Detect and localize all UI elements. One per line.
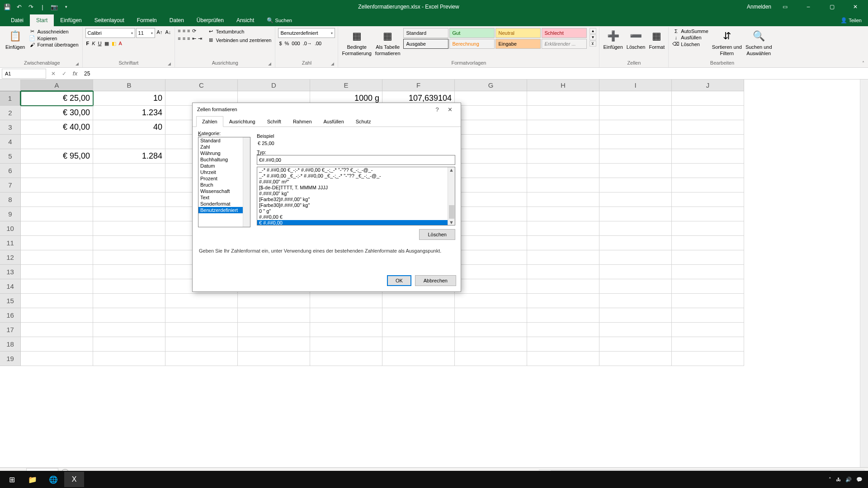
row-header[interactable]: 9	[0, 207, 21, 221]
cell[interactable]	[672, 279, 744, 294]
format-cells-button[interactable]: ▦Format	[648, 28, 665, 51]
wrap-text-button[interactable]: ↩Textumbruch	[207, 28, 273, 35]
dialog-ok-button[interactable]: OK	[387, 275, 411, 286]
row-header[interactable]: 16	[0, 308, 21, 323]
comma-icon[interactable]: 000	[292, 41, 300, 46]
shrink-font-icon[interactable]: A↓	[164, 28, 172, 38]
start-button[interactable]: ⊞	[2, 472, 22, 487]
border-button[interactable]: ▦	[104, 41, 109, 47]
launcher-icon[interactable]: ◢	[168, 61, 171, 66]
cell[interactable]	[382, 352, 455, 366]
cancel-formula-icon[interactable]: ✕	[48, 70, 59, 77]
tab-formeln[interactable]: Formeln	[131, 14, 163, 26]
cell[interactable]	[599, 337, 672, 352]
launcher-icon[interactable]: ◢	[75, 61, 79, 66]
cell[interactable]	[672, 265, 744, 279]
cell[interactable]	[672, 178, 744, 192]
row-header[interactable]: 4	[0, 135, 21, 149]
grow-font-icon[interactable]: A↑	[156, 28, 164, 38]
cell[interactable]	[93, 323, 165, 337]
cell[interactable]	[455, 294, 527, 308]
cell[interactable]	[672, 192, 744, 207]
column-header[interactable]: E	[310, 80, 382, 91]
cell[interactable]	[672, 221, 744, 236]
collapse-ribbon-icon[interactable]: ˄	[862, 61, 864, 66]
row-header[interactable]: 11	[0, 236, 21, 250]
cell[interactable]	[93, 178, 165, 192]
ribbon-mode-icon[interactable]: ▭	[775, 0, 795, 13]
qat-customize-icon[interactable]: ▾	[61, 2, 71, 11]
cell[interactable]	[455, 250, 527, 265]
italic-button[interactable]: K	[92, 41, 95, 47]
type-item[interactable]: _-* #.##0,00 €_-;-* #.##0,00 €_-;_-* "-"…	[257, 167, 455, 173]
category-item[interactable]: Währung	[198, 150, 250, 156]
cell[interactable]	[93, 279, 165, 294]
type-listbox[interactable]: _-* #.##0,00 €_-;-* #.##0,00 €_-;_-* "-"…	[257, 167, 455, 225]
cell[interactable]: 10	[93, 91, 165, 106]
type-item[interactable]: [Farbe30]#.###,00" kg"	[257, 202, 455, 208]
tab-ueberpruefen[interactable]: Überprüfen	[190, 14, 230, 26]
type-item[interactable]: _-* #.##0,00 _€_-;-* #.##0,00 _€_-;_-* "…	[257, 173, 455, 179]
taskbar-excel-icon[interactable]: X	[64, 472, 84, 487]
cell[interactable]	[672, 250, 744, 265]
align-left-icon[interactable]: ≡	[178, 36, 180, 42]
number-format-combo[interactable]: Benutzerdefiniert▾	[278, 28, 335, 38]
cell[interactable]	[672, 294, 744, 308]
type-item[interactable]: [Farbe32]#.###,00" kg"	[257, 197, 455, 202]
cell[interactable]	[165, 352, 238, 366]
cell[interactable]	[21, 207, 93, 221]
tab-suchen[interactable]: 🔍 Suchen	[260, 14, 298, 26]
indent-dec-icon[interactable]: ⇤	[192, 36, 196, 42]
cell[interactable]	[599, 192, 672, 207]
merge-center-button[interactable]: ⊞Verbinden und zentrieren	[207, 37, 273, 43]
tray-net-icon[interactable]: 🖧	[836, 477, 841, 482]
row-header[interactable]: 1	[0, 91, 21, 106]
cell[interactable]	[455, 308, 527, 323]
category-item[interactable]: Bruch	[198, 182, 250, 188]
category-item[interactable]: Datum	[198, 163, 250, 169]
tray-sound-icon[interactable]: 🔊	[845, 477, 852, 483]
system-tray[interactable]: ˄ 🖧 🔊 💬	[829, 477, 866, 483]
tray-notif-icon[interactable]: 💬	[856, 477, 863, 483]
cell[interactable]	[599, 279, 672, 294]
row-header[interactable]: 12	[0, 250, 21, 265]
row-header[interactable]: 15	[0, 294, 21, 308]
category-item[interactable]: Sonderformat	[198, 201, 250, 207]
vertical-scrollbar[interactable]	[860, 80, 868, 470]
tab-daten[interactable]: Daten	[163, 14, 190, 26]
cell[interactable]	[527, 106, 599, 120]
cell[interactable]	[93, 221, 165, 236]
cell[interactable]	[21, 308, 93, 323]
orientation-icon[interactable]: ⟳	[192, 28, 196, 34]
inc-decimal-icon[interactable]: .0→	[303, 41, 312, 46]
type-item[interactable]: #.###,00" m²"	[257, 179, 455, 185]
cell[interactable]	[382, 323, 455, 337]
font-name-combo[interactable]: Calibri▾	[85, 28, 135, 38]
cell[interactable]: 1.284	[93, 149, 165, 164]
cell[interactable]	[310, 294, 382, 308]
category-item[interactable]: Uhrzeit	[198, 169, 250, 175]
minimize-icon[interactable]: –	[798, 0, 818, 13]
cell[interactable]	[527, 337, 599, 352]
dlg-tab-ausfuellen[interactable]: Ausfüllen	[318, 116, 350, 127]
category-item[interactable]: Buchhaltung	[198, 156, 250, 163]
column-header[interactable]: I	[599, 80, 672, 91]
cell[interactable]	[527, 164, 599, 178]
column-header[interactable]: H	[527, 80, 599, 91]
cell[interactable]	[93, 250, 165, 265]
tray-up-icon[interactable]: ˄	[829, 477, 831, 483]
column-header[interactable]: D	[238, 80, 310, 91]
copy-button[interactable]: 📄Kopieren	[28, 35, 79, 42]
type-item[interactable]: #.###,00" kg"	[257, 191, 455, 197]
cell[interactable]	[455, 106, 527, 120]
cell[interactable]	[527, 120, 599, 135]
cell[interactable]	[599, 178, 672, 192]
paste-button[interactable]: 📋 Einfügen	[5, 28, 26, 51]
cell[interactable]	[599, 308, 672, 323]
dialog-delete-button[interactable]: Löschen	[419, 229, 455, 240]
cell[interactable]	[455, 352, 527, 366]
cell[interactable]	[93, 294, 165, 308]
category-item[interactable]: Prozent	[198, 175, 250, 182]
cell[interactable]	[238, 352, 310, 366]
type-item[interactable]: #.##0,00 €	[257, 214, 455, 220]
